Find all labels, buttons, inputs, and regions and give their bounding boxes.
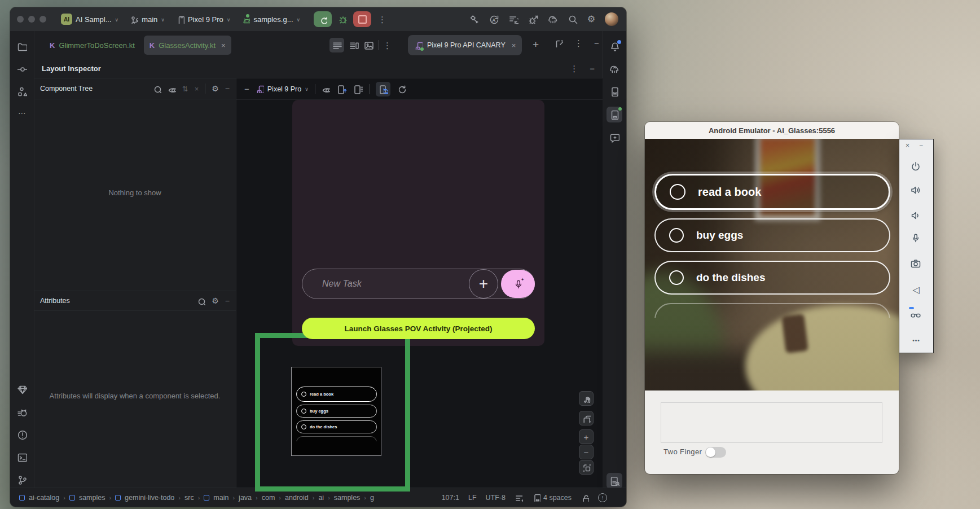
breadcrumb-item[interactable]: gemini-live-todo — [125, 494, 174, 502]
volume-up-button[interactable] — [910, 185, 922, 197]
settings-gear-icon[interactable]: ⚙ — [587, 15, 595, 24]
task-pill[interactable]: buy eggs — [654, 218, 890, 252]
debug-button[interactable] — [337, 14, 348, 24]
emulator-minimize-icon[interactable]: − — [919, 142, 923, 149]
breadcrumb-item[interactable]: ai-catalog — [29, 494, 59, 502]
task-pill-selected[interactable]: read a book — [654, 174, 890, 210]
expand-all-icon[interactable]: ⇅ — [182, 85, 188, 93]
structure-icon[interactable] — [17, 86, 27, 96]
cursor-position[interactable]: 107:1 — [442, 494, 459, 502]
version-control-icon[interactable] — [17, 475, 27, 485]
running-devices-icon[interactable] — [607, 107, 622, 122]
editor-preview-icon[interactable] — [363, 40, 373, 50]
minimize-window-button[interactable] — [28, 16, 35, 23]
stop-button[interactable] — [353, 11, 371, 27]
emulator-close-icon[interactable]: × — [906, 142, 909, 149]
apply-changes-icon[interactable] — [489, 14, 499, 24]
close-tab-icon[interactable]: × — [512, 42, 516, 49]
indent-style-icon[interactable] — [515, 493, 523, 502]
inspector-more-icon[interactable]: ⋮ — [570, 64, 578, 73]
file-encoding[interactable]: UTF-8 — [486, 494, 506, 502]
collapse-all-icon[interactable]: × — [195, 85, 199, 93]
apply-code-changes-icon[interactable] — [508, 14, 518, 24]
device-manager-icon[interactable] — [609, 86, 619, 96]
view-options-eye-icon[interactable] — [168, 85, 176, 93]
tab-glasses-activity[interactable]: K GlassesActivity.kt × — [144, 36, 231, 55]
build-icon[interactable] — [469, 14, 479, 24]
attributes-settings-gear-icon[interactable]: ⚙ — [212, 297, 219, 305]
more-tool-windows-icon[interactable]: ⋯ — [18, 109, 26, 117]
breadcrumb-item[interactable]: src — [184, 494, 194, 502]
indent-size[interactable]: 4 spaces — [532, 493, 572, 502]
task-pill[interactable]: do the dishes — [654, 261, 890, 295]
breadcrumb-item[interactable]: ai — [318, 494, 324, 502]
glasses-button[interactable] — [910, 309, 922, 322]
logcat-icon[interactable] — [17, 407, 27, 417]
attach-debugger-icon[interactable] — [528, 14, 538, 24]
running-device-tab[interactable]: Pixel 9 Pro API CANARY × — [408, 35, 522, 55]
camera-button[interactable] — [910, 258, 922, 270]
layout-inspector-toggle-icon[interactable] — [607, 473, 622, 489]
tab-glimmer-todo-screen[interactable]: K GlimmerToDoScreen.kt — [44, 36, 140, 55]
zoom-to-fit-button[interactable] — [579, 460, 594, 475]
notifications-bell-icon[interactable] — [609, 41, 619, 51]
layout-mode-icon[interactable] — [353, 84, 363, 94]
pan-hand-icon[interactable] — [579, 391, 594, 406]
layer-spacing-icon[interactable] — [579, 411, 594, 425]
inspector-device-selector[interactable]: Pixel 9 Pro ∨ — [256, 85, 309, 93]
rerun-button[interactable] — [314, 11, 332, 27]
inspections-widget-icon[interactable]: ! — [598, 493, 607, 502]
close-tab-icon[interactable]: × — [221, 42, 226, 49]
commit-icon[interactable] — [17, 64, 27, 74]
breadcrumb-item[interactable]: com — [262, 494, 275, 502]
touchpad-area[interactable] — [661, 402, 882, 443]
more-button[interactable]: ••• — [910, 335, 922, 347]
refresh-icon[interactable] — [397, 84, 407, 94]
breadcrumb-item[interactable]: samples — [79, 494, 106, 502]
snapshot-export-icon[interactable] — [336, 84, 346, 94]
editor-list-view-icon[interactable] — [329, 38, 344, 52]
problems-icon[interactable] — [17, 429, 27, 440]
pane-minimize-icon[interactable]: − — [594, 39, 599, 47]
add-device-tab-button[interactable]: + — [533, 39, 539, 50]
tree-settings-gear-icon[interactable]: ⚙ — [212, 85, 219, 93]
branch-selector[interactable]: main ∨ — [130, 15, 165, 24]
voice-input-button[interactable]: ✦ — [501, 270, 535, 298]
two-finger-toggle[interactable] — [705, 447, 726, 458]
close-window-button[interactable] — [17, 16, 24, 23]
gemini-icon[interactable] — [609, 133, 619, 143]
live-updates-icon[interactable] — [376, 82, 390, 96]
back-button[interactable]: ◁ — [910, 284, 922, 296]
pane-hide-icon[interactable]: − — [244, 85, 249, 93]
search-icon[interactable] — [568, 14, 578, 24]
editor-more-icon[interactable]: ⋮ — [383, 41, 392, 50]
breadcrumb-item[interactable]: main — [213, 494, 228, 502]
microphone-button[interactable] — [910, 232, 922, 245]
tree-hide-icon[interactable]: − — [225, 85, 230, 93]
zoom-window-button[interactable] — [39, 16, 46, 23]
breadcrumb-item[interactable]: g — [370, 494, 374, 502]
power-button[interactable] — [910, 161, 922, 173]
gradle-sync-icon[interactable] — [548, 14, 558, 24]
gradle-icon[interactable] — [609, 64, 619, 74]
device-selector[interactable]: Pixel 9 Pro ∨ — [176, 15, 230, 24]
attributes-search-icon[interactable] — [197, 297, 205, 305]
zoom-in-button[interactable]: + — [579, 429, 594, 444]
tree-search-icon[interactable] — [153, 85, 161, 93]
launch-glasses-pov-button[interactable]: Launch Glasses POV Activity (Projected) — [302, 318, 535, 339]
readonly-lock-icon[interactable] — [581, 493, 589, 502]
more-actions-icon[interactable]: ⋮ — [378, 15, 386, 24]
run-config-selector[interactable]: samples.g... ∨ — [241, 15, 300, 24]
add-task-button[interactable]: + — [469, 269, 498, 299]
attributes-hide-icon[interactable]: − — [225, 297, 230, 305]
render-view-options-eye-icon[interactable] — [322, 85, 330, 93]
breadcrumb-item[interactable]: android — [285, 494, 309, 502]
project-folder-icon[interactable] — [17, 41, 27, 51]
user-avatar[interactable] — [605, 12, 618, 26]
inspector-hide-icon[interactable]: − — [590, 64, 595, 73]
editor-split-view-icon[interactable] — [349, 40, 359, 50]
volume-down-button[interactable] — [910, 210, 922, 222]
zoom-out-button[interactable]: − — [579, 445, 594, 459]
project-selector[interactable]: AI AI Sampl... ∨ — [61, 14, 118, 25]
breadcrumb-item[interactable]: samples — [334, 494, 361, 502]
